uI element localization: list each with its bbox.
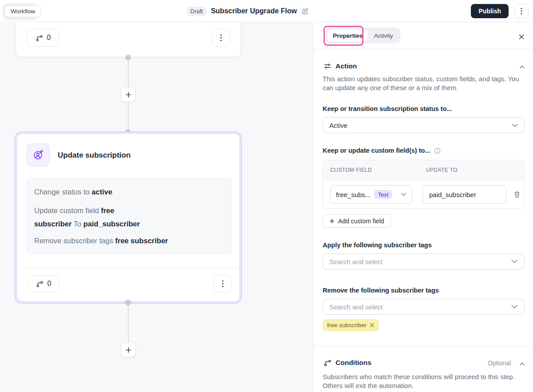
top-bar: Workflow Draft Subscriber Upgrade Flow P…	[0, 0, 533, 22]
add-step-button[interactable]	[121, 342, 136, 357]
properties-panel: Properties Activity Action This action u…	[313, 22, 533, 392]
chevron-up-icon	[519, 362, 525, 366]
chevron-down-icon	[511, 259, 518, 264]
conditions-section-title: Conditions	[336, 359, 371, 367]
custom-field-value: free_subs...	[336, 191, 371, 198]
update-to-input[interactable]	[422, 185, 506, 204]
top-bar-actions: Publish	[471, 4, 529, 18]
chevron-down-icon	[512, 123, 518, 127]
kebab-icon	[222, 280, 224, 287]
tab-activity[interactable]: Activity	[369, 29, 399, 42]
node-menu-button[interactable]	[213, 275, 232, 293]
summary-line-field-2: subscriber To paid_subscriber	[34, 217, 225, 230]
branch-count: 0	[47, 34, 51, 42]
selected-node-update-subscription[interactable]: Update subscription Change status to act…	[15, 131, 242, 304]
kebab-icon	[220, 34, 222, 41]
branch-count-button[interactable]: 0	[28, 275, 59, 292]
node-menu-button[interactable]	[212, 29, 230, 47]
connector-line	[128, 305, 129, 344]
node-footer-divider	[17, 267, 239, 268]
branch-icon	[36, 34, 43, 42]
status-label: Keep or transition subscription status t…	[323, 105, 452, 112]
action-sliders-icon	[324, 62, 332, 70]
plus-icon	[125, 347, 132, 353]
workflow-button[interactable]: Workflow	[5, 5, 41, 17]
more-options-button[interactable]	[514, 4, 529, 18]
status-select-value: Active	[329, 122, 347, 129]
col-custom-field: CUSTOM FIELD	[330, 167, 419, 173]
summary-line-field-1: Update custom field free	[34, 204, 225, 217]
node-body: Update subscription Change status to act…	[17, 134, 240, 301]
custom-fields-label: Keep or update custom field(s) to...	[323, 147, 441, 154]
trash-icon	[513, 191, 521, 198]
remove-tags-placeholder: Search and select	[329, 303, 383, 311]
field-type-badge: Text	[374, 190, 392, 199]
col-update-to: UPDATE TO	[426, 167, 458, 173]
apply-tags-label: Apply the following subscriber tags	[323, 242, 432, 249]
kebab-icon	[521, 8, 522, 15]
apply-tags-select[interactable]: Search and select	[323, 253, 525, 269]
connector-dot	[125, 300, 131, 305]
remove-tag-icon[interactable]	[370, 323, 375, 328]
panel-divider	[313, 49, 533, 49]
delete-row-button[interactable]	[512, 190, 522, 199]
chevron-down-icon	[401, 193, 407, 196]
remove-tags-label: Remove the following subscriber tags	[323, 287, 439, 294]
custom-field-select[interactable]: free_subs... Text	[330, 185, 412, 204]
node-title: Update subscription	[58, 151, 130, 160]
panel-divider	[313, 346, 533, 346]
optional-badge: Optional	[488, 360, 511, 367]
page-title: Subscriber Upgrade Flow	[211, 7, 297, 15]
branch-count: 0	[47, 280, 51, 288]
publish-button[interactable]: Publish	[471, 4, 509, 18]
conditions-description: Subscribers who match these conditions w…	[323, 372, 523, 390]
node-summary: Change status to active Update custom fi…	[27, 178, 232, 254]
tag-label: free subscriber	[327, 322, 367, 329]
apply-tags-placeholder: Search and select	[329, 258, 383, 265]
action-description: This action updates subscriber status, c…	[323, 75, 522, 92]
info-icon[interactable]	[434, 147, 441, 154]
flow-title-group: Draft Subscriber Upgrade Flow	[187, 0, 309, 22]
add-step-button[interactable]	[121, 87, 136, 102]
branch-count-button[interactable]: 0	[27, 29, 59, 47]
status-badge: Draft	[187, 7, 206, 16]
update-subscription-icon	[27, 143, 50, 166]
conditions-branch-icon	[324, 359, 332, 367]
status-select[interactable]: Active	[323, 117, 525, 133]
remove-tags-select[interactable]: Search and select	[323, 299, 525, 315]
edit-title-icon[interactable]	[301, 8, 309, 15]
panel-tabs: Properties Activity	[326, 28, 400, 44]
workflow-canvas[interactable]: 0 Update	[0, 22, 313, 392]
action-section-title: Action	[336, 62, 357, 70]
close-panel-button[interactable]	[516, 32, 527, 42]
table-row: free_subs... Text	[323, 180, 524, 209]
removed-tag-chip: free subscriber	[323, 319, 379, 331]
table-header-row: CUSTOM FIELD UPDATE TO	[323, 160, 524, 180]
summary-line-tags: Remove subscriber tags free subscriber	[34, 234, 225, 247]
workflow-node-previous[interactable]: 0	[16, 22, 241, 57]
summary-line-status: Change status to active	[34, 185, 225, 198]
connector-dot	[125, 55, 131, 60]
add-custom-field-button[interactable]: Add custom field	[323, 214, 391, 228]
collapse-action-button[interactable]	[517, 63, 527, 71]
tab-properties[interactable]: Properties	[328, 29, 368, 42]
chevron-down-icon	[511, 305, 518, 309]
plus-icon	[125, 91, 132, 98]
branch-icon	[36, 280, 43, 288]
close-icon	[518, 34, 525, 40]
custom-fields-table: CUSTOM FIELD UPDATE TO free_subs... Text	[323, 160, 525, 209]
collapse-conditions-button[interactable]	[517, 360, 527, 368]
chevron-up-icon	[519, 65, 525, 69]
plus-icon	[329, 218, 335, 224]
